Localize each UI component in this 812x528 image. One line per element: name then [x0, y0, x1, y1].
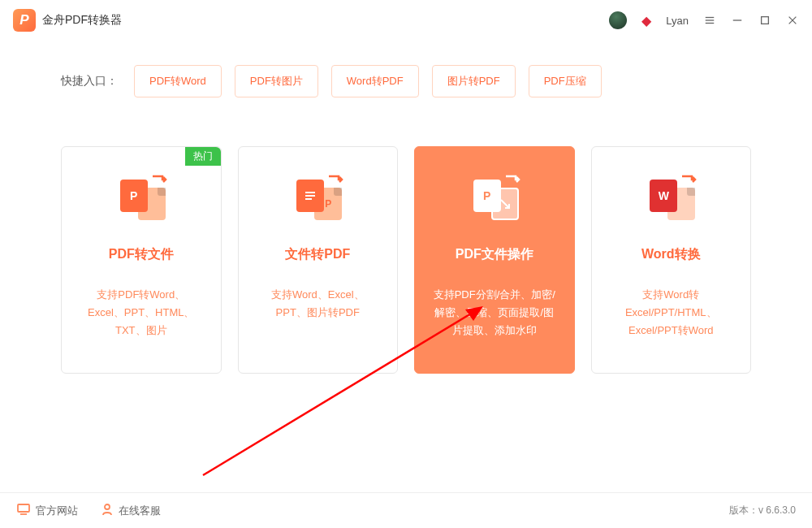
quick-entry-section: 快捷入口： PDF转Word PDF转图片 Word转PDF 图片转PDF PD… — [0, 41, 812, 97]
card-file-to-pdf[interactable]: P 文件转PDF 支持Word、Excel、PPT、图片转PDF — [238, 146, 399, 374]
file-to-pdf-icon: P — [293, 176, 342, 225]
card-desc: 支持Word、Excel、PPT、图片转PDF — [248, 286, 388, 322]
quick-image-to-pdf[interactable]: 图片转PDF — [432, 65, 516, 97]
quick-entry-label: 快捷入口： — [61, 74, 118, 89]
quick-pdf-compress[interactable]: PDF压缩 — [529, 65, 602, 97]
monitor-icon — [16, 503, 31, 518]
titlebar-left: P 金舟PDF转换器 — [13, 9, 122, 32]
menu-icon[interactable] — [703, 14, 716, 27]
card-desc: 支持Word转Excel/PPT/HTML、Excel/PPT转Word — [602, 286, 741, 340]
maximize-button[interactable] — [758, 14, 771, 27]
word-convert-icon: W — [646, 176, 695, 225]
card-pdf-to-file[interactable]: 热门 P PDF转文件 支持PDF转Word、Excel、PPT、HTML、TX… — [61, 146, 222, 374]
svg-point-14 — [105, 504, 110, 509]
card-title: Word转换 — [602, 246, 741, 263]
quick-pdf-to-image[interactable]: PDF转图片 — [235, 65, 318, 97]
version-number: v 6.6.3.0 — [758, 504, 796, 516]
version-prefix: 版本： — [729, 504, 758, 516]
card-word-convert[interactable]: W Word转换 支持Word转Excel/PPT/HTML、Excel/PPT… — [591, 146, 752, 374]
customer-support-link[interactable]: 在线客服 — [101, 503, 161, 518]
pdf-operations-icon: P — [470, 176, 519, 225]
version-info: 版本：v 6.6.3.0 — [729, 504, 796, 517]
gem-icon[interactable]: ◆ — [641, 13, 651, 28]
support-label: 在线客服 — [119, 504, 161, 518]
quick-word-to-pdf[interactable]: Word转PDF — [331, 65, 419, 97]
app-logo-icon: P — [13, 9, 36, 32]
app-title: 金舟PDF转换器 — [42, 13, 122, 28]
quick-pdf-to-word[interactable]: PDF转Word — [134, 65, 222, 97]
card-title: PDF文件操作 — [425, 246, 564, 263]
titlebar: P 金舟PDF转换器 ◆ Lyan — [0, 0, 812, 41]
card-desc: 支持PDF转Word、Excel、PPT、HTML、TXT、图片 — [71, 286, 211, 340]
card-title: PDF转文件 — [71, 246, 211, 263]
official-website-link[interactable]: 官方网站 — [16, 503, 78, 518]
username: Lyan — [666, 15, 689, 27]
card-pdf-operations[interactable]: P PDF文件操作 支持PDF分割/合并、加密/解密、压缩、页面提取/图片提取、… — [414, 146, 575, 374]
feature-cards: 热门 P PDF转文件 支持PDF转Word、Excel、PPT、HTML、TX… — [0, 97, 812, 374]
card-desc: 支持PDF分割/合并、加密/解密、压缩、页面提取/图片提取、添加水印 — [425, 286, 564, 340]
avatar[interactable] — [609, 11, 627, 29]
close-button[interactable] — [786, 14, 799, 27]
svg-rect-4 — [762, 17, 769, 24]
pdf-to-file-icon: P — [117, 176, 166, 225]
hot-badge: 热门 — [185, 147, 221, 166]
svg-rect-12 — [18, 504, 29, 512]
support-icon — [101, 503, 114, 518]
card-title: 文件转PDF — [248, 246, 388, 263]
website-label: 官方网站 — [36, 504, 78, 518]
titlebar-right: ◆ Lyan — [609, 11, 799, 29]
minimize-button[interactable] — [731, 14, 744, 27]
bottombar: 官方网站 在线客服 版本：v 6.6.3.0 — [0, 492, 812, 528]
